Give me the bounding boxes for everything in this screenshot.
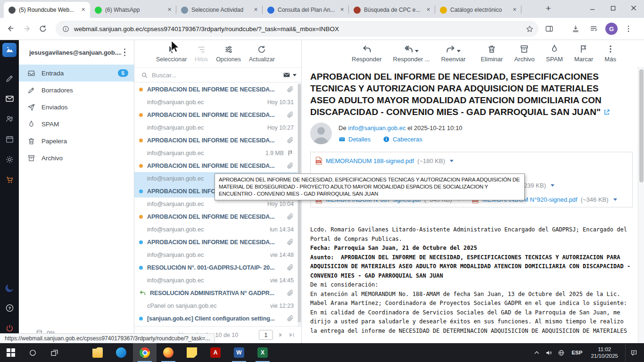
calendar-nav-icon[interactable] (0, 129, 19, 149)
tray-chevron-icon[interactable] (530, 343, 543, 362)
side-panel-icon[interactable] (542, 22, 556, 36)
browser-tab[interactable]: Catálogo electrónico × (435, 2, 521, 18)
spam-button[interactable]: SPAM (546, 44, 563, 63)
tab-close-icon[interactable]: × (252, 6, 260, 14)
message-list-item[interactable]: info@sanjuan.gob.ec Hoy 10:27 APROBACION… (134, 121, 297, 147)
next-page-icon[interactable] (278, 332, 284, 338)
browser-menu-icon[interactable] (621, 22, 636, 36)
webmail-logo[interactable] (2, 43, 17, 57)
reader-scrollbar[interactable] (638, 67, 644, 343)
reading-list-icon[interactable] (586, 22, 601, 36)
reply-button[interactable]: Responder (352, 44, 382, 63)
window-close-button[interactable] (623, 0, 644, 16)
attachment-item-partially-hidden[interactable]: 239 KB) (524, 182, 554, 189)
forward-button[interactable] (20, 22, 34, 36)
attachment-item[interactable]: PDF MEMORANDUM 188-signed.pdf (~180 KB) (315, 156, 454, 165)
browser-tab[interactable]: Seleccione Actividad × (176, 2, 263, 18)
volume-icon[interactable] (543, 343, 555, 362)
forward-button[interactable]: Reenviar (441, 44, 466, 63)
details-toggle[interactable]: Detalles (339, 136, 371, 143)
help-icon[interactable]: ? (0, 298, 19, 318)
last-page-icon[interactable] (289, 332, 295, 338)
options-button[interactable]: Opciones (216, 45, 241, 63)
store-icon[interactable] (0, 170, 19, 190)
message-list-item[interactable]: info@sanjuan.gob.ec Hoy 10:31 APROBACION… (134, 96, 297, 121)
back-button[interactable] (4, 22, 18, 36)
reply-all-button[interactable]: Responder ... (393, 44, 430, 63)
tab-close-icon[interactable]: × (338, 6, 346, 14)
tab-close-icon[interactable]: × (79, 6, 87, 14)
folder-item-enviados[interactable]: Enviados (19, 99, 134, 115)
address-bar[interactable]: webmail.sanjuan.gob.ec/cpsess9740179367/… (56, 21, 538, 37)
taskbar-sticky-notes-icon[interactable] (180, 343, 204, 362)
message-list-item[interactable]: info@sanjuan.gob.ec Hoy 10:04 APROBACION… (134, 197, 297, 223)
archive-button[interactable]: Archivo (514, 44, 535, 63)
threads-button[interactable]: Hilos (195, 45, 208, 63)
browser-tab[interactable]: (5) Roundcube Web... × (4, 2, 90, 18)
language-indicator[interactable]: ESP (567, 350, 586, 355)
more-button[interactable]: Más (604, 44, 616, 63)
message-list-item[interactable]: info@sanjuan.gob.ec vie 14:45 RESOLUCIÓN… (134, 274, 297, 299)
tab-close-icon[interactable]: × (165, 6, 173, 14)
delete-button[interactable]: Eliminar (481, 44, 503, 63)
refresh-button[interactable]: Actualizar (249, 45, 275, 63)
folder-item-archivo[interactable]: Archivo (19, 149, 134, 166)
browser-tab[interactable]: Búsqueda de CPC e... × (349, 2, 435, 18)
tab-close-icon[interactable]: × (511, 6, 519, 14)
taskbar-file-explorer-icon[interactable] (86, 343, 109, 362)
message-list-item[interactable]: cPanel on sanjuan.gob.ec vie 12:23 [sanj… (134, 299, 297, 325)
taskbar-acrobat-icon[interactable]: A (204, 343, 227, 362)
taskbar-word-icon[interactable]: W (227, 343, 251, 362)
url-text[interactable]: webmail.sanjuan.gob.ec/cpsess9740179367/… (74, 25, 521, 33)
message-list-item[interactable]: APROBACION DEL INFORME DE NECESIDA... (134, 83, 297, 96)
compose-button[interactable] (0, 68, 19, 89)
mark-button[interactable]: Marcar (574, 44, 593, 63)
tab-close-icon[interactable]: × (424, 6, 432, 14)
settings-gear-icon[interactable] (0, 149, 19, 170)
task-view-icon[interactable] (43, 343, 65, 362)
taskbar-search-icon[interactable] (22, 343, 43, 362)
dark-mode-moon-icon[interactable] (0, 278, 19, 298)
taskbar-clock[interactable]: 11:02 21/10/2025 (586, 346, 622, 359)
site-info-icon[interactable] (62, 25, 69, 33)
list-scrollbar[interactable] (297, 83, 301, 326)
folder-item-entrada[interactable]: Entrada 5 (19, 65, 134, 82)
attachment-menu-caret-icon[interactable] (613, 198, 617, 201)
list-scrollbar-thumb[interactable] (298, 84, 301, 322)
notification-center-icon[interactable] (625, 343, 642, 362)
search-scope-selector[interactable] (283, 71, 297, 79)
reload-button[interactable] (36, 22, 50, 36)
bookmark-star-icon[interactable] (526, 25, 534, 33)
browser-tab[interactable]: (6) WhatsApp × (90, 2, 176, 18)
attachment-menu-caret-icon[interactable] (450, 160, 454, 162)
reader-scrollbar-thumb[interactable] (639, 69, 644, 182)
window-maximize-button[interactable] (603, 0, 623, 16)
folder-item-borradores[interactable]: Borradores (19, 82, 134, 99)
taskbar-firefox-icon[interactable] (157, 343, 180, 362)
start-button[interactable] (0, 343, 22, 362)
browser-tab[interactable]: Consulta del Plan An... × (263, 2, 349, 18)
taskbar-chrome-icon[interactable] (133, 343, 157, 362)
open-in-new-window-icon[interactable] (603, 108, 611, 115)
taskbar-excel-icon[interactable]: X (251, 343, 274, 362)
downloads-icon[interactable] (569, 22, 583, 36)
search-input[interactable]: Buscar... (152, 72, 279, 79)
headers-toggle[interactable]: Cabeceras (383, 136, 422, 143)
folder-item-papelera[interactable]: Papelera (19, 132, 134, 149)
profile-avatar[interactable]: G (605, 23, 618, 35)
attachment-menu-caret-icon[interactable] (551, 184, 554, 187)
taskbar-edge-icon[interactable] (109, 343, 133, 362)
window-minimize-button[interactable] (582, 0, 603, 16)
message-list-item[interactable]: info@sanjuan.gob.ec 1.9 MB APROBACION DE… (134, 147, 297, 172)
folder-item-spam[interactable]: SPAM (19, 115, 134, 132)
sender-email-link[interactable]: info@sanjuan.gob.ec (348, 124, 405, 132)
account-menu-icon[interactable] (121, 47, 129, 58)
mail-nav-icon[interactable] (0, 89, 19, 109)
message-list-item[interactable]: info@sanjuan.gob.ec vie 14:48 RESOLUCIÓN… (134, 248, 297, 274)
contacts-nav-icon[interactable] (0, 109, 19, 129)
message-list-item[interactable]: info@sanjuan.gob.ec lun 14:34 APROBACION… (134, 223, 297, 248)
page-number-input[interactable] (259, 330, 273, 340)
network-icon[interactable] (555, 343, 567, 362)
new-tab-button[interactable]: + (542, 3, 554, 15)
attachment-name[interactable]: MEMORANDUM 188-signed.pdf (326, 157, 414, 165)
